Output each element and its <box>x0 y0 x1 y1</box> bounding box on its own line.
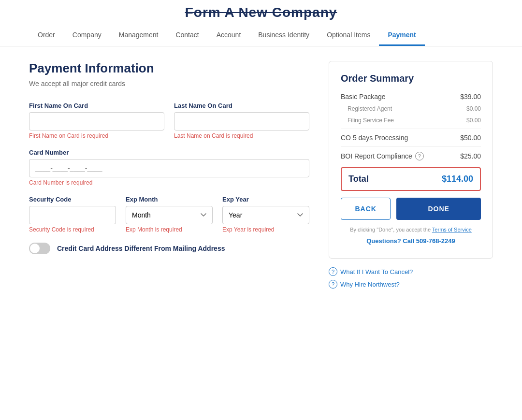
order-summary-panel: Order Summary Basic Package $39.00 Regis… <box>329 61 493 292</box>
boi-price: $25.00 <box>460 152 481 160</box>
line-item-boi: BOI Report Compliance ? $25.00 <box>341 152 481 160</box>
basic-label: Basic Package <box>341 93 386 101</box>
first-name-error: First Name on Card is required <box>29 132 164 139</box>
help-link-northwest[interactable]: ? Why Hire Northwest? <box>329 280 493 289</box>
first-name-input[interactable] <box>29 112 164 130</box>
boi-info-icon[interactable]: ? <box>415 152 424 160</box>
exp-month-group: Exp Month Month 010203 040506 070809 101… <box>126 196 213 233</box>
payment-form: Payment Information We accept all major … <box>29 61 309 292</box>
card-number-label: Card Number <box>29 149 309 156</box>
tab-payment[interactable]: Payment <box>379 25 424 46</box>
northwest-link-label: Why Hire Northwest? <box>340 281 400 288</box>
tab-business-identity[interactable]: Business Identity <box>249 25 318 46</box>
tab-company[interactable]: Company <box>64 25 110 46</box>
filing-fee-label: Filing Service Fee <box>348 117 394 124</box>
nav-tabs: Order Company Management Contact Account… <box>0 25 522 46</box>
exp-year-label: Exp Year <box>222 196 309 203</box>
exp-month-label: Exp Month <box>126 196 213 203</box>
exp-year-group: Exp Year Year 202420252026 202720282029 … <box>222 196 309 233</box>
line-item-basic: Basic Package $39.00 <box>341 93 481 101</box>
last-name-error: Last Name on Card is required <box>174 132 309 139</box>
security-code-input[interactable] <box>29 206 116 224</box>
last-name-input[interactable] <box>174 112 309 130</box>
security-code-error: Security Code is required <box>29 226 116 233</box>
exp-year-select[interactable]: Year 202420252026 202720282029 <box>222 206 309 224</box>
first-name-label: First Name On Card <box>29 102 164 109</box>
total-price: $114.00 <box>442 174 473 184</box>
last-name-group: Last Name On Card Last Name on Card is r… <box>174 102 309 139</box>
exp-month-error: Exp Month is required <box>126 226 213 233</box>
form-heading: Payment Information <box>29 61 309 76</box>
tab-order[interactable]: Order <box>29 25 64 46</box>
card-number-error: Card Number is required <box>29 179 309 186</box>
back-button[interactable]: BACK <box>341 198 391 220</box>
last-name-label: Last Name On Card <box>174 102 309 109</box>
address-toggle[interactable] <box>29 243 50 254</box>
terms-text: By clicking "Done", you accept the Terms… <box>341 227 481 232</box>
exp-year-error: Exp Year is required <box>222 226 309 233</box>
boi-label: BOI Report Compliance <box>341 152 412 160</box>
total-row: Total $114.00 <box>341 167 481 191</box>
page-title: Form A New Company <box>0 0 522 20</box>
tab-management[interactable]: Management <box>110 25 167 46</box>
processing-price: $50.00 <box>460 134 481 142</box>
done-button[interactable]: DONE <box>396 198 481 220</box>
help-links: ? What If I Want To Cancel? ? Why Hire N… <box>329 267 493 289</box>
filing-fee-price: $0.00 <box>466 117 481 124</box>
help-link-cancel[interactable]: ? What If I Want To Cancel? <box>329 267 493 276</box>
contact-line[interactable]: Questions? Call 509-768-2249 <box>341 237 481 245</box>
action-buttons: BACK DONE <box>341 198 481 220</box>
registered-agent-price: $0.00 <box>466 105 481 112</box>
divider-2 <box>341 146 481 147</box>
order-summary-box: Order Summary Basic Package $39.00 Regis… <box>329 61 493 259</box>
northwest-question-icon: ? <box>329 280 337 289</box>
basic-price: $39.00 <box>460 93 481 101</box>
address-toggle-row: Credit Card Address Different From Maili… <box>29 243 309 254</box>
line-item-processing: CO 5 days Processing $50.00 <box>341 134 481 142</box>
toggle-knob <box>30 244 40 253</box>
toggle-label: Credit Card Address Different From Maili… <box>57 245 225 252</box>
form-subtext: We accept all major credit cards <box>29 80 309 87</box>
tab-account[interactable]: Account <box>208 25 250 46</box>
security-code-group: Security Code Security Code is required <box>29 196 116 233</box>
card-number-input[interactable] <box>29 159 309 177</box>
order-summary-title: Order Summary <box>341 73 481 84</box>
security-code-label: Security Code <box>29 196 116 203</box>
terms-link[interactable]: Terms of Service <box>432 227 472 232</box>
processing-label: CO 5 days Processing <box>341 134 408 142</box>
line-item-filing-fee: Filing Service Fee $0.00 <box>341 117 481 124</box>
tab-contact[interactable]: Contact <box>167 25 207 46</box>
first-name-group: First Name On Card First Name on Card is… <box>29 102 164 139</box>
cancel-link-label: What If I Want To Cancel? <box>340 268 413 275</box>
exp-month-select[interactable]: Month 010203 040506 070809 101112 <box>126 206 213 224</box>
registered-agent-label: Registered Agent <box>348 105 392 112</box>
line-item-registered-agent: Registered Agent $0.00 <box>341 105 481 112</box>
total-label: Total <box>348 174 369 184</box>
tab-optional-items[interactable]: Optional Items <box>318 25 379 46</box>
cancel-question-icon: ? <box>329 267 337 276</box>
card-number-group: Card Number Card Number is required <box>29 149 309 186</box>
divider-1 <box>341 129 481 129</box>
